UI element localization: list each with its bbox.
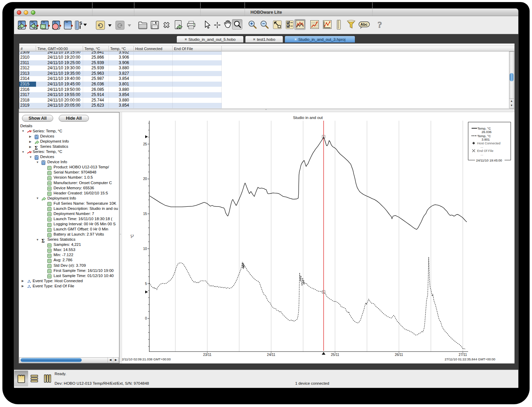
svg-text:20: 20 <box>143 177 147 181</box>
svg-text:23/11: 23/11 <box>203 353 212 357</box>
svg-text:End Of File: End Of File <box>477 149 494 153</box>
svg-text:24/11/10 19:45:00: 24/11/10 19:45:00 <box>476 158 502 162</box>
svg-text:°C: °C <box>130 234 134 238</box>
svg-text:Temp, °C: Temp, °C <box>477 134 491 138</box>
svg-text:...: ... <box>481 152 483 156</box>
svg-text:15: 15 <box>143 212 147 216</box>
svg-text:25: 25 <box>143 142 147 146</box>
svg-text:3.801: 3.801 <box>482 137 490 141</box>
svg-text:24/11: 24/11 <box>267 353 276 357</box>
svg-text:27/11: 27/11 <box>459 353 467 357</box>
svg-text:...: ... <box>481 145 483 148</box>
svg-text:10: 10 <box>143 247 147 251</box>
svg-text:0: 0 <box>145 316 147 320</box>
svg-text:Studio in and out: Studio in and out <box>293 116 323 120</box>
svg-text:26/11: 26/11 <box>395 353 403 357</box>
svg-text:26.036: 26.036 <box>482 130 491 134</box>
svg-text:27/11/10 01:22:35.844 GMT+00:0: 27/11/10 01:22:35.844 GMT+00:00 <box>445 357 495 361</box>
svg-text:5: 5 <box>145 282 147 286</box>
svg-text:2/11/10 02:09:21.038 GMT+00:00: 2/11/10 02:09:21.038 GMT+00:00 <box>122 357 171 361</box>
svg-text:25/11: 25/11 <box>331 353 339 357</box>
svg-text:Temp, °C: Temp, °C <box>477 127 491 130</box>
